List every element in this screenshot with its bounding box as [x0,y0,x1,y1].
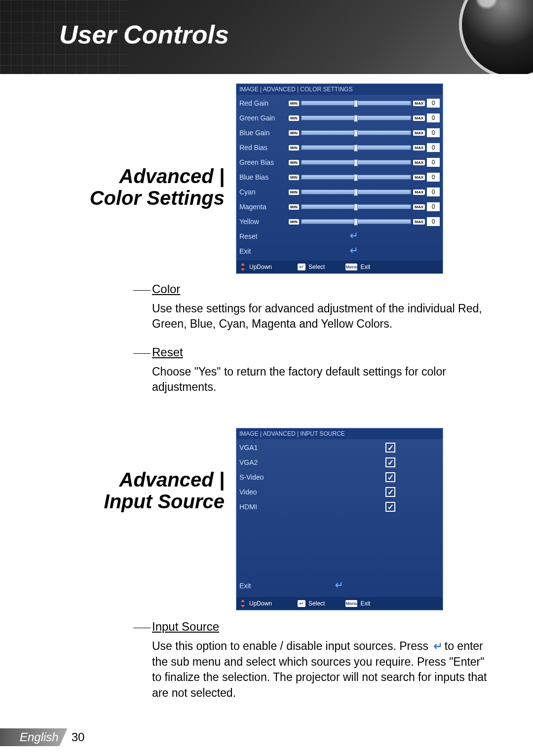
slider-value: 0 [427,128,440,137]
slider-row: YellowMINMAX0 [239,214,440,229]
osd2-exit-row[interactable]: Exit [239,578,440,593]
min-tag: MIN [289,160,299,165]
checkbox-checked-icon: ✓ [385,487,395,497]
max-tag: MAX [413,130,425,136]
section2-line1: Advanced | [119,469,225,491]
slider-label: Cyan [239,188,289,196]
slider-row: MagentaMINMAX0 [239,199,440,214]
osd2-exit-label: Exit [239,582,289,590]
source-row[interactable]: HDMI✓ [239,499,440,514]
slider-value: 0 [427,99,440,108]
slider-row: Blue GainMINMAX0 [239,125,440,140]
checkbox-checked-icon: ✓ [385,502,395,512]
slider-value: 0 [427,173,440,182]
enter-icon [431,639,441,654]
footer-select: Select [308,600,325,607]
slider-row: CyanMINMAX0 [239,185,440,199]
min-tag: MIN [289,101,299,106]
enter-icon [348,231,357,242]
slider[interactable]: MINMAX0 [289,128,440,137]
source-row[interactable]: Video✓ [239,485,440,499]
body-input-source: Use this option to enable / disable inpu… [152,639,493,701]
section-heading-color-settings: Advanced | Color Settings [30,165,225,209]
enter-icon [333,580,342,592]
lead-line [133,628,151,628]
menu-icon: Menu [345,264,357,270]
lens-graphic [459,0,533,74]
osd-reset-row[interactable]: Reset [239,229,440,244]
slider[interactable]: MINMAX0 [289,143,440,152]
footer-updown: UpDown [249,264,272,270]
section1-line1: Advanced | [119,165,225,187]
osd1-body: Red GainMINMAX0 Green GainMINMAX0 Blue G… [236,95,443,259]
max-tag: MAX [413,145,425,151]
slider-value: 0 [427,143,440,152]
max-tag: MAX [413,160,425,165]
slider-value: 0 [427,202,440,211]
input-body-pre: Use this option to enable / disable inpu… [152,640,431,652]
source-label: VGA2 [239,458,289,466]
enter-icon [348,246,357,257]
slider[interactable]: MINMAX0 [289,113,440,122]
source-label: VGA1 [239,444,289,452]
slider-value: 0 [427,158,440,167]
subhead-reset: Reset [152,345,183,359]
slider-value: 0 [427,217,440,226]
checkbox-checked-icon: ✓ [385,472,395,482]
slider-value: 0 [427,113,440,122]
osd2-footer: UpDown ↵ Select Menu Exit [236,597,443,610]
slider[interactable]: MINMAX0 [289,202,440,211]
slider-row: Red BiasMINMAX0 [239,140,440,155]
slider-label: Red Gain [239,99,289,107]
checkbox-checked-icon: ✓ [385,457,395,467]
slider-row: Green BiasMINMAX0 [239,155,440,170]
page-header: User Controls [0,0,533,74]
source-row[interactable]: VGA2✓ [239,455,440,470]
slider-row: Green GainMINMAX0 [239,111,440,125]
footer-page-number: 30 [65,728,92,746]
slider-label: Red Bias [239,144,289,151]
subhead-color: Color [152,282,180,296]
osd-exit-label: Exit [239,247,289,255]
min-tag: MIN [289,175,299,180]
slider-label: Green Bias [239,158,289,166]
source-row[interactable]: S-Video✓ [239,470,440,485]
slider-label: Green Gain [239,114,289,122]
footer-exit: Exit [360,264,370,270]
menu-icon: Menu [345,600,357,607]
osd-exit-row[interactable]: Exit [239,244,440,259]
osd-reset-label: Reset [239,232,289,240]
updown-arrows-icon [239,264,246,270]
slider-label: Blue Bias [239,173,289,181]
select-icon: ↵ [298,600,305,607]
osd1-breadcrumb: IMAGE | ADVANCED | COLOR SETTINGS [236,84,443,95]
footer-updown: UpDown [249,600,272,607]
page-title: User Controls [59,20,229,49]
osd2-body: VGA1✓ VGA2✓ S-Video✓ Video✓ HDMI✓ Exit [236,439,443,593]
osd-color-settings: IMAGE | ADVANCED | COLOR SETTINGS Red Ga… [236,83,443,274]
max-tag: MAX [413,189,425,195]
footer-exit: Exit [360,600,370,607]
max-tag: MAX [413,219,425,225]
min-tag: MIN [289,189,299,195]
min-tag: MIN [289,219,299,225]
slider-label: Magenta [239,203,289,211]
slider[interactable]: MINMAX0 [289,99,440,108]
slider-label: Blue Gain [239,129,289,137]
footer-language: English [0,728,68,746]
max-tag: MAX [413,204,425,210]
slider[interactable]: MINMAX0 [289,188,440,196]
page-footer: English 30 [0,728,91,746]
footer-select: Select [308,264,325,270]
lead-line [133,290,151,291]
source-row[interactable]: VGA1✓ [239,440,440,455]
slider-label: Yellow [239,218,289,226]
min-tag: MIN [289,204,299,210]
slider[interactable]: MINMAX0 [289,158,440,167]
lead-line [133,353,151,354]
slider[interactable]: MINMAX0 [289,173,440,182]
select-icon: ↵ [298,264,305,270]
slider[interactable]: MINMAX0 [289,217,440,226]
slider-row: Blue BiasMINMAX0 [239,170,440,185]
section2-line2: Input Source [104,491,225,512]
